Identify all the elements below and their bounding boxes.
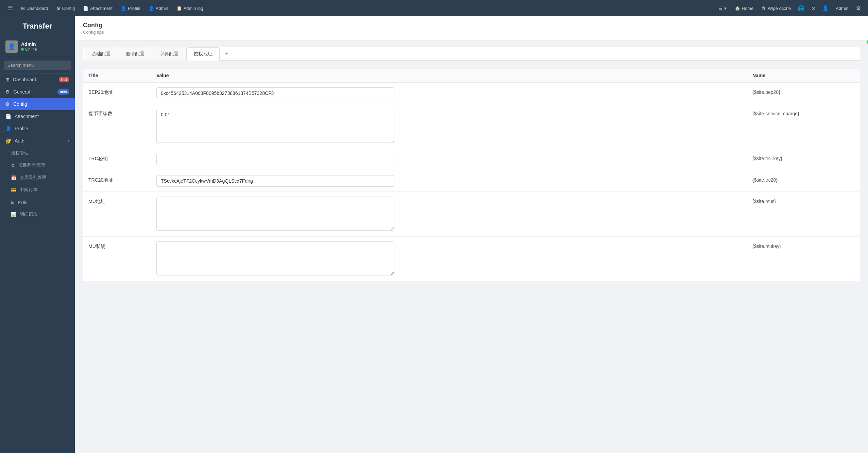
project-icon: ⚙ (11, 163, 15, 168)
attachment-icon: 📄 (5, 114, 11, 119)
tab-dictionary[interactable]: 字典配置 (152, 47, 186, 61)
row-value-bep20 (156, 87, 752, 99)
user-info: Admin Online (21, 41, 37, 52)
general-icon: ⚙ (5, 89, 10, 95)
search-input[interactable] (4, 61, 71, 70)
sidebar: Transfer 👤 Admin Online ⊞ Dashboard hot … (0, 16, 75, 453)
chevron-icon: ‹ (68, 138, 69, 143)
row-label-trc-key: TRC秘钥 (88, 154, 156, 162)
avatar: 👤 (5, 40, 18, 53)
nav-home[interactable]: 🏠 Home (731, 4, 757, 13)
row-name-trc-key: {$site.trc_key} (752, 154, 854, 161)
sidebar-item-subscription[interactable]: 💳 申购订单 (0, 184, 75, 196)
close-button[interactable]: ✕ (808, 3, 819, 14)
page-subtitle: Config tips (83, 30, 860, 35)
table-row: MU私钥 {$site.mukey} (83, 237, 860, 281)
settings-button[interactable]: ⚙ (853, 3, 864, 14)
tab-add-button[interactable]: + (220, 47, 233, 60)
nav-dashboard[interactable]: ⊞ Dashboard (18, 4, 52, 13)
status-dot (21, 48, 24, 51)
attachment-icon: 📄 (83, 6, 88, 11)
service-charge-textarea[interactable]: 0.01 (156, 109, 394, 143)
menu-dropdown-icon: ☰ (718, 6, 722, 11)
row-value-trc-key (156, 154, 752, 165)
table-row: BEP20地址 {$site.bep20} (83, 83, 860, 104)
col-name: Name (752, 73, 854, 78)
row-name-mu-key: {$site.mukey} (752, 241, 854, 249)
hamburger-icon: ☰ (7, 4, 13, 12)
row-label-mu-address: MU地址 (88, 197, 156, 205)
sidebar-brand: Transfer (0, 16, 75, 36)
sidebar-item-member-level[interactable]: 📅 会员级别管理 (0, 171, 75, 184)
avatar-icon: 👤 (822, 5, 829, 12)
sidebar-item-auth-mgmt[interactable]: 授权管理 (0, 147, 75, 159)
nav-config[interactable]: ⚙ Config (53, 4, 79, 13)
trc-key-input[interactable] (156, 154, 394, 165)
row-name-bep20: {$site.bep20} (752, 87, 854, 95)
nav-admin[interactable]: 👤 Admin (145, 4, 172, 13)
row-name-mu-address: {$site.mus} (752, 197, 854, 204)
table-row: MU地址 {$site.mus} (83, 192, 860, 237)
close-icon: ✕ (811, 5, 816, 12)
trc20-input[interactable] (156, 175, 394, 187)
page-body: 基础配置 邀请配置 字典配置 授权地址 + Title Value Name B… (75, 40, 868, 288)
sidebar-item-dashboard[interactable]: ⊞ Dashboard hot (0, 73, 75, 86)
hamburger-menu[interactable]: ☰ (4, 2, 16, 14)
sidebar-item-profile[interactable]: 👤 Profile (0, 122, 75, 135)
mu-key-textarea[interactable] (156, 241, 394, 275)
detail-log-icon: 📊 (11, 212, 16, 217)
sidebar-user: 👤 Admin Online (0, 36, 75, 57)
sidebar-item-content[interactable]: ⊞ 内容 (0, 196, 75, 208)
nav-menu-dropdown[interactable]: ☰ ▾ (715, 4, 730, 13)
table-row: 提币手续费 0.01 {$site.service_charge} (83, 104, 860, 149)
admin-icon: 👤 (149, 6, 154, 11)
wipe-cache-icon: 🗑 (762, 6, 766, 11)
mu-address-textarea[interactable] (156, 197, 394, 231)
nav-profile[interactable]: 👤 Profile (117, 4, 144, 13)
member-icon: 📅 (11, 175, 16, 180)
sidebar-item-auth[interactable]: 🔐 Auth ‹ (0, 135, 75, 147)
row-name-trc20: {$site.trc20} (752, 175, 854, 183)
row-value-service-charge: 0.01 (156, 109, 752, 144)
row-label-bep20: BEP20地址 (88, 87, 156, 96)
translate-icon: 🌐 (798, 5, 804, 12)
nav-attachment[interactable]: 📄 Attachment (80, 4, 116, 13)
user-avatar[interactable]: 👤 (820, 3, 831, 14)
table-row: TRC20地址 {$site.trc20} (83, 170, 860, 192)
tab-basic[interactable]: 基础配置 (84, 47, 118, 61)
sidebar-search-container (0, 57, 75, 73)
admin-log-icon: 📋 (176, 6, 182, 11)
nav-wipe-cache[interactable]: 🗑 Wipe cache (758, 4, 794, 13)
col-title: Title (88, 73, 156, 78)
sidebar-item-detail-log[interactable]: 📊 明细记录 (0, 208, 75, 220)
table-header: Title Value Name (83, 69, 860, 83)
nav-admin-log[interactable]: 📋 Admin log (173, 4, 207, 13)
table-row: TRC秘钥 {$site.trc_key} (83, 149, 860, 170)
sidebar-menu: ⊞ Dashboard hot ⚙ General new ⚙ Config 📄… (0, 73, 75, 453)
sidebar-item-project-list[interactable]: ⚙ 项目列表管理 (0, 159, 75, 171)
page-title: Config (83, 22, 860, 29)
sidebar-item-config[interactable]: ⚙ Config (0, 98, 75, 110)
username: Admin (21, 41, 37, 47)
nav-admin-user[interactable]: Admin (832, 4, 852, 13)
bep20-input[interactable] (156, 87, 394, 99)
top-nav-right: ☰ ▾ 🏠 Home 🗑 Wipe cache 🌐 ✕ 👤 Admin ⚙ (715, 3, 864, 14)
col-value: Value (156, 73, 752, 78)
tab-auth-address[interactable]: 授权地址 (186, 47, 220, 61)
user-status: Online (21, 47, 37, 52)
row-name-service-charge: {$site.service_charge} (752, 109, 854, 116)
row-label-trc20: TRC20地址 (88, 175, 156, 183)
dashboard-icon: ⊞ (5, 77, 10, 82)
sidebar-item-attachment[interactable]: 📄 Attachment (0, 110, 75, 122)
main-content: Config Config tips 基础配置 邀请配置 字典配置 授权地址 +… (75, 16, 868, 453)
row-value-mu-key (156, 241, 752, 276)
tab-invite[interactable]: 邀请配置 (118, 47, 152, 61)
profile-icon: 👤 (5, 126, 11, 131)
translate-button[interactable]: 🌐 (796, 3, 806, 14)
row-value-trc20 (156, 175, 752, 187)
sidebar-item-general[interactable]: ⚙ General new (0, 86, 75, 98)
row-value-mu-address (156, 197, 752, 232)
auth-icon: 🔐 (5, 138, 11, 144)
subscription-icon: 💳 (11, 187, 16, 192)
config-icon: ⚙ (56, 6, 61, 11)
